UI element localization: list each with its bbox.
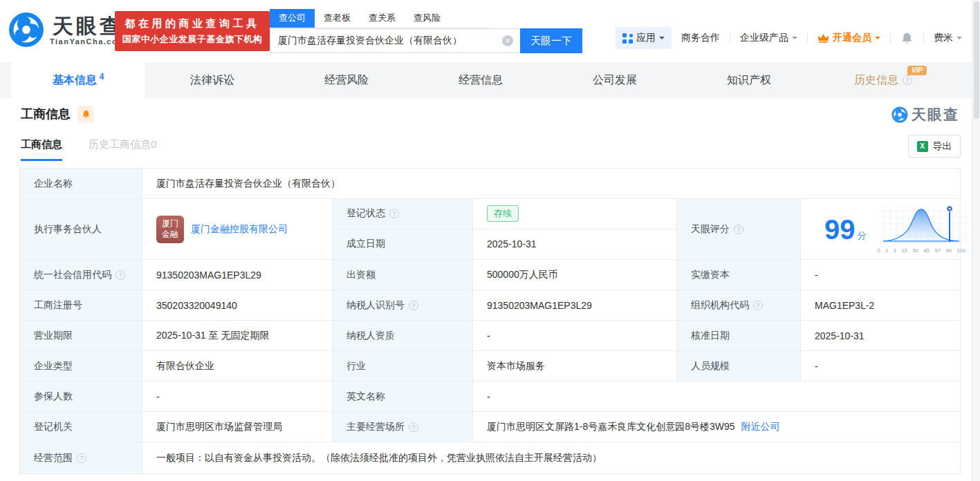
field-label: 营业期限 xyxy=(20,321,142,350)
user-menu[interactable]: 费米 xyxy=(934,32,962,44)
badge-line1: 厦门 xyxy=(162,218,178,229)
business-info-table: 企业名称 厦门市盘活存量投资合伙企业（有限合伙） 执行事务合伙人 厦门 金融 厦… xyxy=(19,168,961,474)
label-text: 企业名称 xyxy=(34,178,73,190)
table-row: 企业名称 厦门市盘活存量投资合伙企业（有限合伙） xyxy=(20,169,960,199)
export-button[interactable]: X 导出 xyxy=(908,135,961,158)
vip-badge: VIP xyxy=(907,66,927,75)
search-tab-risk[interactable]: 查风险 xyxy=(405,9,450,28)
search-tab-relation[interactable]: 查关系 xyxy=(360,9,405,28)
help-icon[interactable]: ? xyxy=(389,209,399,218)
field-label: 组织机构代码 ? xyxy=(677,290,801,320)
label-text: 主要经营场所 xyxy=(346,421,405,433)
export-label: 导出 xyxy=(933,140,952,153)
enterprise-products-menu[interactable]: 企业级产品 xyxy=(740,32,797,44)
score-tick: 50 xyxy=(912,247,918,254)
open-membership-label: 开通会员 xyxy=(833,32,871,44)
label-text: 出资额 xyxy=(346,269,376,281)
label-text: 登记状态 xyxy=(346,207,385,220)
label-text: 成立日期 xyxy=(346,238,385,250)
label-text: 纳税人资质 xyxy=(346,330,395,342)
tab-count: 4 xyxy=(100,72,104,82)
divider xyxy=(890,33,891,43)
subtab-count: 0 xyxy=(151,138,156,150)
registration-number-value: 350203320049140 xyxy=(142,290,333,320)
tab-legal-litigation[interactable]: 法律诉讼 xyxy=(145,62,279,98)
open-membership-menu[interactable]: 开通会员 xyxy=(817,32,880,44)
value-text: 350203320049140 xyxy=(156,300,237,311)
tab-history-info[interactable]: VIP 历史信息 ? xyxy=(816,62,950,98)
search-tabs: 查公司 查老板 查关系 查风险 xyxy=(270,9,488,28)
search-input[interactable] xyxy=(270,28,520,53)
table-row: 营业期限 2025-10-31 至 无固定期限 纳税人资质 - 核准日期 202… xyxy=(20,321,960,351)
tianyancha-watermark: 天眼查 xyxy=(891,105,959,124)
help-icon[interactable]: ? xyxy=(409,301,418,310)
industry-value: 资本市场服务 xyxy=(473,351,677,381)
help-icon[interactable]: ? xyxy=(753,301,763,310)
tab-label: 基本信息 xyxy=(53,73,97,88)
business-cooperation-link[interactable]: 商务合作 xyxy=(681,32,720,44)
label-text: 执行事务合伙人 xyxy=(34,223,102,236)
search-tab-boss[interactable]: 查老板 xyxy=(315,9,360,28)
header: 天眼查 TianYanCha.com 都在用的商业查询工具 国家中小企业发展子基… xyxy=(0,0,980,62)
company-name-value: 厦门市盘活存量投资合伙企业（有限合伙） xyxy=(142,169,960,198)
chevron-down-icon xyxy=(956,37,962,42)
field-label: 英文名称 xyxy=(333,381,473,411)
table-row: 企业类型 有限合伙企业 行业 资本市场服务 人员规模 - xyxy=(20,351,960,381)
help-icon[interactable]: ? xyxy=(77,453,86,463)
subscribe-bell-button[interactable] xyxy=(77,106,94,122)
label-text: 组织机构代码 xyxy=(691,299,749,312)
tab-label: 知识产权 xyxy=(727,73,771,88)
label-text: 实缴资本 xyxy=(691,269,730,281)
tab-basic-info[interactable]: 基本信息 4 xyxy=(11,62,145,98)
table-row: 统一社会信用代码 ? 91350203MAG1EP3L29 出资额 500000… xyxy=(20,260,960,290)
main-content: 工商信息 天眼查 工商信息 历史工商信息0 X 导出 xyxy=(0,98,980,481)
divider xyxy=(807,33,808,43)
site-logo[interactable]: 天眼查 TianYanCha.com xyxy=(8,12,125,48)
chevron-down-icon xyxy=(659,37,665,42)
notifications-bell-icon[interactable] xyxy=(900,32,914,45)
help-icon[interactable]: ? xyxy=(409,422,418,432)
score-tick: 0 xyxy=(878,247,880,254)
search-tab-company[interactable]: 查公司 xyxy=(270,9,315,28)
value-text: 厦门市思明区市场监督管理局 xyxy=(156,421,282,433)
scrollbar-thumb[interactable] xyxy=(974,1,979,119)
field-label: 企业类型 xyxy=(20,351,142,381)
label-text: 经营范围 xyxy=(34,452,73,464)
value-text: - xyxy=(156,391,160,402)
insured-count-value: - xyxy=(142,381,333,411)
score-distribution-chart: 0131550859799100 xyxy=(878,205,966,254)
badge-line2: 金融 xyxy=(162,229,178,240)
org-code-value: MAG1EP3L-2 xyxy=(801,290,960,320)
field-label: 纳税人资质 xyxy=(333,321,473,350)
label-text: 英文名称 xyxy=(346,390,385,403)
help-icon[interactable]: ? xyxy=(115,270,125,280)
clear-search-icon[interactable]: ✕ xyxy=(502,35,513,46)
vertical-scrollbar[interactable] xyxy=(972,0,980,481)
tab-operating-risk[interactable]: 经营风险 xyxy=(279,62,414,98)
subtab-history-business-info[interactable]: 历史工商信息0 xyxy=(89,138,156,161)
help-icon[interactable]: ? xyxy=(734,225,743,234)
field-label: 出资额 xyxy=(333,260,473,290)
tab-operating-info[interactable]: 经营信息 xyxy=(414,62,548,98)
table-row: 参保人数 - 英文名称 - xyxy=(20,381,960,412)
logo-brand-text: 天眼查 xyxy=(53,15,123,37)
field-label: 人员规模 xyxy=(677,351,801,381)
value-text: 2025-10-31 xyxy=(487,238,537,249)
search-button[interactable]: 天眼一下 xyxy=(520,28,582,53)
label-text: 人员规模 xyxy=(691,360,730,372)
english-name-value: - xyxy=(473,381,960,411)
establish-date-value: 2025-10-31 xyxy=(473,229,677,260)
nearby-companies-link[interactable]: 附近公司 xyxy=(741,421,780,433)
apps-menu[interactable]: 应用 xyxy=(616,27,672,49)
subtab-business-info[interactable]: 工商信息 xyxy=(21,138,62,161)
registration-status-value: 存续 xyxy=(473,199,677,229)
partner-company-link[interactable]: 厦门金融控股有限公司 xyxy=(191,223,288,236)
tab-company-development[interactable]: 公司发展 xyxy=(548,62,682,98)
label-text: 营业期限 xyxy=(34,330,73,342)
field-label: 登记机关 xyxy=(20,412,142,442)
table-row: 工商注册号 350203320049140 纳税人识别号 ? 91350203M… xyxy=(20,290,960,321)
help-icon[interactable]: ? xyxy=(903,75,912,85)
company-logo-badge[interactable]: 厦门 金融 xyxy=(156,216,184,243)
tab-intellectual-property[interactable]: 知识产权 xyxy=(682,62,816,98)
staff-size-value: - xyxy=(801,351,960,381)
